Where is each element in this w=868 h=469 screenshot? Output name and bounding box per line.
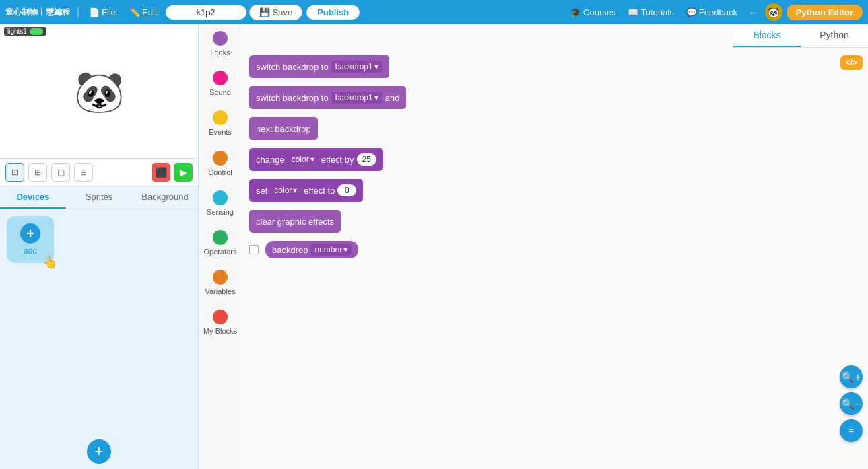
- right-tabs-row: Blocks Python: [733, 24, 868, 48]
- block-switch-backdrop[interactable]: switch backdrop to backdrop1 ▾: [249, 55, 834, 82]
- user-avatar[interactable]: 🐼: [765, 3, 782, 21]
- python-editor-button[interactable]: Python Editor: [787, 5, 863, 20]
- dropdown-arrow2: ▾: [374, 93, 378, 102]
- courses-button[interactable]: 🎓 Courses: [566, 6, 620, 19]
- zoom-in-icon: 🔍+: [841, 371, 861, 384]
- category-variables[interactable]: Variables: [199, 263, 242, 303]
- block-change-color-row[interactable]: change color ▾ effect by 25: [249, 148, 834, 175]
- stage-label: lights1: [4, 27, 46, 36]
- events-label: Events: [209, 128, 232, 137]
- dropdown-arrow5: ▾: [343, 245, 347, 254]
- tab-sprites[interactable]: Sprites: [66, 186, 132, 209]
- feedback-button[interactable]: 💬 Feedback: [682, 6, 741, 19]
- bottom-add-row: +: [0, 434, 198, 469]
- tutorials-icon: 📖: [628, 7, 638, 17]
- edit-menu-button[interactable]: ✏️ Edit: [124, 6, 162, 19]
- dropdown-arrow4: ▾: [293, 186, 297, 195]
- control-label: Control: [208, 168, 232, 177]
- switch-backdrop-text2: switch backdrop to: [256, 93, 329, 103]
- category-sound[interactable]: Sound: [199, 64, 242, 104]
- block-clear-effects-row[interactable]: clear graphic effects: [249, 210, 834, 237]
- set-text: set: [256, 186, 267, 196]
- grid-view-button[interactable]: ⊟: [74, 163, 93, 182]
- project-name-input[interactable]: [166, 5, 246, 20]
- tab-blocks[interactable]: Blocks: [733, 24, 801, 47]
- app-logo: 童心制物丨慧編程: [5, 7, 70, 18]
- bottom-add-button[interactable]: +: [87, 439, 111, 464]
- category-sensing[interactable]: Sensing: [199, 184, 242, 223]
- add-icon: +: [20, 223, 40, 244]
- number-dropdown[interactable]: number ▾: [310, 244, 352, 256]
- code-area[interactable]: Blocks Python </> switch backdrop to bac…: [242, 24, 868, 469]
- file-menu-button[interactable]: 📄 File: [84, 6, 121, 19]
- zoom-controls: 🔍+ 🔍− =: [840, 365, 863, 442]
- zoom-reset-icon: =: [848, 426, 853, 435]
- block-backdrop-number[interactable]: backdrop number ▾: [265, 241, 358, 258]
- block-next-backdrop-row[interactable]: next backdrop: [249, 117, 834, 144]
- split-view-button[interactable]: ◫: [51, 163, 70, 182]
- edit-icon: ✏️: [129, 7, 140, 17]
- color-dropdown-2[interactable]: color ▾: [270, 184, 301, 196]
- block-set-color-effect[interactable]: set color ▾ effect to 0: [249, 179, 363, 202]
- effect-by-text: effect by: [321, 155, 354, 165]
- block-switch-backdrop-wait[interactable]: switch backdrop to backdrop1 ▾ and: [249, 86, 834, 113]
- xml-icon[interactable]: </>: [840, 55, 863, 70]
- myblocks-label: My Blocks: [203, 327, 237, 336]
- sound-dot: [213, 71, 228, 85]
- category-operators[interactable]: Operators: [199, 223, 242, 263]
- effect-value-25[interactable]: 25: [357, 153, 376, 166]
- zoom-in-button[interactable]: 🔍+: [840, 365, 863, 388]
- tab-python[interactable]: Python: [801, 24, 868, 47]
- block-switch-backdrop-and[interactable]: switch backdrop to backdrop1 ▾ and: [249, 86, 406, 109]
- small-stage-button[interactable]: ⊞: [28, 163, 47, 182]
- block-clear-graphic-effects[interactable]: clear graphic effects: [249, 210, 341, 233]
- operators-label: Operators: [204, 248, 237, 256]
- category-looks[interactable]: Looks: [199, 24, 242, 64]
- add-label: add: [24, 246, 37, 256]
- stage-toggle[interactable]: [30, 28, 43, 35]
- backdrop1-dropdown-1[interactable]: backdrop1 ▾: [331, 61, 382, 73]
- zoom-out-button[interactable]: 🔍−: [840, 392, 863, 415]
- file-icon: 📄: [89, 7, 100, 17]
- backdrop1-dropdown-2[interactable]: backdrop1 ▾: [331, 92, 382, 104]
- tutorials-button[interactable]: 📖 Tutorials: [624, 6, 677, 19]
- zoom-reset-button[interactable]: =: [840, 419, 863, 442]
- looks-dot: [213, 31, 228, 46]
- save-button[interactable]: 💾 Save: [249, 5, 303, 20]
- backdrop-number-checkbox[interactable]: [249, 245, 259, 254]
- effect-value-0[interactable]: 0: [337, 184, 356, 196]
- block-change-color-effect[interactable]: change color ▾ effect by 25: [249, 148, 383, 171]
- cursor-hand-icon: 👆: [42, 255, 57, 270]
- normal-view-button[interactable]: ⊡: [5, 163, 24, 182]
- zoom-out-icon: 🔍−: [841, 398, 861, 410]
- switch-backdrop-text: switch backdrop to: [256, 62, 329, 72]
- block-switch-backdrop-to[interactable]: switch backdrop to backdrop1 ▾: [249, 55, 389, 78]
- and-text: and: [385, 93, 400, 103]
- top-navigation: 童心制物丨慧編程 | 📄 File ✏️ Edit 💾 Save Publish…: [0, 0, 868, 24]
- category-myblocks[interactable]: My Blocks: [199, 303, 242, 342]
- sensing-dot: [213, 190, 228, 205]
- feedback-icon: 💬: [686, 7, 697, 17]
- category-control[interactable]: Control: [199, 144, 242, 184]
- go-icon: ▶: [180, 167, 187, 178]
- save-icon: 💾: [259, 7, 270, 17]
- courses-icon: 🎓: [570, 7, 581, 17]
- events-dot: [213, 110, 228, 125]
- publish-button[interactable]: Publish: [305, 4, 361, 21]
- tabs-row: Devices Sprites Background: [0, 186, 198, 209]
- category-events[interactable]: Events: [199, 104, 242, 143]
- stage-controls: ⊡ ⊞ ◫ ⊟ ⬛ ▶: [0, 159, 198, 186]
- dropdown-arrow3: ▾: [310, 155, 314, 164]
- tab-devices[interactable]: Devices: [0, 186, 66, 209]
- tab-background[interactable]: Background: [132, 186, 198, 209]
- more-button[interactable]: ···: [745, 6, 761, 19]
- block-set-color-row[interactable]: set color ▾ effect to 0: [249, 179, 834, 206]
- backdrop-text: backdrop: [272, 245, 308, 255]
- block-backdrop-number-row: backdrop number ▾: [249, 241, 834, 258]
- go-button[interactable]: ▶: [174, 163, 193, 182]
- block-next-backdrop[interactable]: next backdrop: [249, 117, 318, 140]
- blocks-workspace: switch backdrop to backdrop1 ▾ switch ba…: [249, 55, 834, 262]
- stop-button[interactable]: ⬛: [152, 163, 170, 182]
- color-dropdown-1[interactable]: color ▾: [288, 153, 319, 166]
- control-dot: [213, 151, 228, 166]
